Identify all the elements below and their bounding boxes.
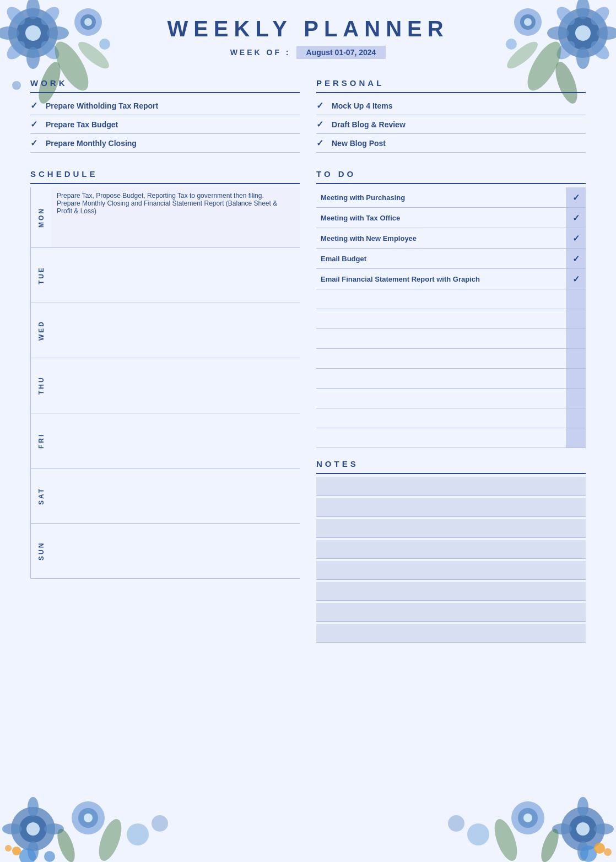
todo-empty-row[interactable] [316,349,586,369]
note-line[interactable] [316,582,586,601]
todo-item-4[interactable]: Email Financial Statement Report with Gr… [316,269,586,289]
todo-empty-row[interactable] [316,408,586,428]
todo-empty-check[interactable] [566,329,586,348]
todo-empty-label [316,289,566,309]
list-item[interactable]: ✓ Prepare Monthly Closing [30,134,300,153]
task-label: Prepare Witholding Tax Report [46,101,158,110]
week-date[interactable]: August 01-07, 2024 [296,46,386,59]
todo-item-2[interactable]: Meeting with New Employee ✓ [316,228,586,249]
todo-label: Email Budget [316,251,566,266]
schedule-content-mon[interactable]: Prepare Tax, Propose Budget, Reporting T… [51,187,300,247]
check-icon: ✓ [30,119,40,130]
check-icon: ✓ [316,138,326,148]
floral-bottom-left-decoration [0,763,193,862]
work-section-title: WORK [30,78,300,88]
todo-label: Email Financial Statement Report with Gr… [316,272,566,287]
schedule-row-mon[interactable]: MON Prepare Tax, Propose Budget, Reporti… [30,187,300,248]
personal-task-list: ✓ Mock Up 4 Items ✓ Draft Blog & Review … [316,96,586,153]
schedule-content-fri[interactable] [51,413,300,468]
task-label: Prepare Monthly Closing [46,139,137,148]
todo-check-3[interactable]: ✓ [566,249,586,268]
note-line[interactable] [316,603,586,622]
check-icon: ✓ [316,119,326,130]
todo-item-3[interactable]: Email Budget ✓ [316,249,586,269]
todo-empty-row[interactable] [316,389,586,408]
todo-empty-check[interactable] [566,349,586,368]
todo-empty-row[interactable] [316,309,586,329]
todo-label: Meeting with New Employee [316,231,566,246]
week-of-label: WEEK OF : [230,48,291,57]
svg-point-68 [448,815,464,832]
note-line[interactable] [316,561,586,580]
note-line[interactable] [316,519,586,538]
task-label: Mock Up 4 Items [332,101,392,110]
note-line[interactable] [316,477,586,496]
svg-point-40 [28,797,39,817]
note-line[interactable] [316,624,586,643]
floral-bottom-right-decoration [423,763,616,862]
svg-point-43 [2,823,22,834]
schedule-section-title: SCHEDULE [30,169,300,179]
todo-section: TO DO Meeting with Purchasing ✓ Meeting … [316,169,586,448]
todo-empty-row[interactable] [316,369,586,389]
day-label-mon: MON [30,187,51,247]
schedule-content-sun[interactable] [51,524,300,578]
schedule-row-wed[interactable]: WED [30,303,300,358]
todo-empty-check[interactable] [566,428,586,448]
svg-point-49 [127,823,149,845]
todo-check-2[interactable]: ✓ [566,228,586,248]
todo-section-title: TO DO [316,169,586,179]
svg-point-54 [5,845,12,852]
list-item[interactable]: ✓ Mock Up 4 Items [316,96,586,115]
todo-empty-row[interactable] [316,329,586,349]
schedule-row-fri[interactable]: FRI [30,413,300,468]
work-section: WORK ✓ Prepare Witholding Tax Report ✓ P… [30,78,300,153]
schedule-row-sun[interactable]: SUN [30,524,300,579]
svg-point-52 [44,851,55,862]
todo-empty-check[interactable] [566,408,586,428]
schedule-content-thu[interactable] [51,358,300,413]
todo-check-1[interactable]: ✓ [566,208,586,228]
day-label-thu: THU [30,358,51,413]
schedule-content-sat[interactable] [51,468,300,523]
check-icon: ✓ [30,138,40,148]
svg-point-39 [26,822,40,836]
list-item[interactable]: ✓ Prepare Witholding Tax Report [30,96,300,115]
day-label-wed: WED [30,303,51,358]
todo-empty-check[interactable] [566,369,586,388]
check-icon: ✓ [316,100,326,111]
todo-item-0[interactable]: Meeting with Purchasing ✓ [316,187,586,208]
task-label: Prepare Tax Budget [46,120,118,129]
todo-empty-check[interactable] [566,289,586,309]
note-line[interactable] [316,498,586,517]
todo-empty-check[interactable] [566,309,586,328]
list-item[interactable]: ✓ Draft Blog & Review [316,115,586,134]
list-item[interactable]: ✓ Prepare Tax Budget [30,115,300,134]
note-line[interactable] [316,540,586,559]
schedule-row-thu[interactable]: THU [30,358,300,413]
todo-empty-check[interactable] [566,389,586,408]
svg-point-71 [604,848,612,856]
svg-point-70 [594,843,605,854]
todo-check-0[interactable]: ✓ [566,187,586,207]
check-icon: ✓ [30,100,40,111]
svg-point-64 [523,813,532,822]
todo-empty-row[interactable] [316,428,586,448]
todo-notes-section: TO DO Meeting with Purchasing ✓ Meeting … [316,169,586,645]
todo-check-4[interactable]: ✓ [566,269,586,289]
svg-point-67 [467,823,489,845]
list-item[interactable]: ✓ New Blog Post [316,134,586,153]
schedule-row-sat[interactable]: SAT [30,468,300,524]
schedule-section: SCHEDULE MON Prepare Tax, Propose Budget… [30,169,300,645]
schedule-content-wed[interactable] [51,303,300,358]
todo-empty-label [316,369,566,388]
todo-item-1[interactable]: Meeting with Tax Office ✓ [316,208,586,228]
page-header: WEEKLY PLANNER WEEK OF : August 01-07, 2… [30,0,586,64]
schedule-content-tue[interactable] [51,248,300,303]
todo-empty-label [316,329,566,348]
schedule-row-tue[interactable]: TUE [30,248,300,303]
svg-point-57 [576,822,590,836]
day-label-sat: SAT [30,468,51,523]
todo-empty-row[interactable] [316,289,586,309]
todo-empty-label [316,408,566,428]
